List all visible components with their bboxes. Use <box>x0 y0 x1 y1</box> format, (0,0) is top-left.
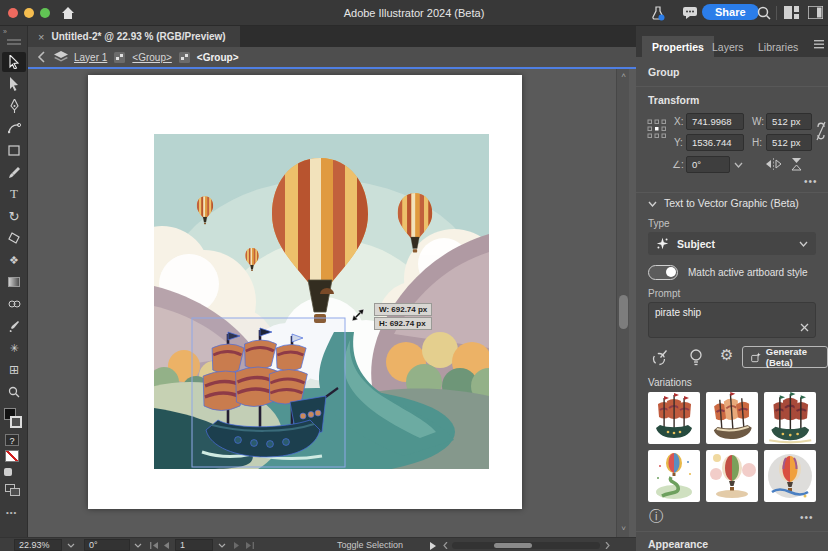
ttv-title[interactable]: Text to Vector Graphic (Beta) <box>664 197 799 209</box>
share-button[interactable]: Share <box>702 4 759 20</box>
previous-artboard-icon[interactable] <box>163 542 169 549</box>
zoom-tool[interactable] <box>2 382 26 402</box>
horizontal-scrollbar[interactable] <box>452 542 600 549</box>
hscroll-left-icon[interactable] <box>443 542 448 549</box>
shape-builder-tool[interactable]: ❖ <box>2 250 26 270</box>
clear-prompt-icon[interactable] <box>800 323 809 332</box>
zoom-dropdown-icon[interactable] <box>67 543 75 548</box>
workspace-layout-icon[interactable] <box>784 6 799 19</box>
generate-sparkle-icon <box>751 351 761 364</box>
paintbrush-tool[interactable] <box>2 162 26 182</box>
beta-feedback-beaker-icon[interactable] <box>650 5 666 21</box>
illustrator-window: Adobe Illustrator 2024 (Beta) Share × Un… <box>0 0 828 551</box>
direct-selection-tool[interactable] <box>2 74 26 94</box>
breadcrumb: Layer 1 <Group> <Group> <box>28 47 636 67</box>
rotation-field[interactable]: 0° <box>84 539 130 551</box>
eyedropper-tool[interactable] <box>2 316 26 336</box>
horizontal-scrollbar-thumb[interactable] <box>494 543 532 548</box>
gradient-tool[interactable] <box>2 272 26 292</box>
vertical-scrollbar[interactable]: ˄ ˅ <box>616 69 629 537</box>
artboard-number-field[interactable]: 1 <box>175 539 213 551</box>
flip-vertical-icon[interactable] <box>790 157 803 171</box>
status-display-label[interactable]: Toggle Selection <box>300 540 440 550</box>
back-arrow-icon[interactable] <box>36 51 48 63</box>
variations-info-icon[interactable]: ⓘ <box>649 508 663 526</box>
pen-tool[interactable] <box>2 96 26 116</box>
next-artboard-icon[interactable] <box>234 542 240 549</box>
hscroll-right-icon[interactable] <box>605 542 610 549</box>
rotation-dropdown[interactable]: 0° <box>686 156 730 173</box>
rotate-tool[interactable]: ↻ <box>2 206 26 226</box>
draw-mode-icon[interactable] <box>10 488 20 496</box>
last-artboard-icon[interactable] <box>245 542 254 549</box>
none-fill-swatch[interactable] <box>5 450 19 462</box>
toolbar-drag-handle[interactable] <box>7 43 21 45</box>
variation-thumbnail-balloon-3[interactable] <box>764 450 816 502</box>
generate-label: Generate (Beta) <box>766 346 819 368</box>
tab-close-icon[interactable]: × <box>38 31 44 43</box>
breadcrumb-layer[interactable]: Layer 1 <box>74 52 107 63</box>
document-tab[interactable]: × Untitled-2* @ 22.93 % (RGB/Preview) <box>28 26 240 47</box>
reference-point-locator[interactable] <box>646 114 668 144</box>
breadcrumb-group-1[interactable]: <Group> <box>132 52 171 63</box>
lightbulb-icon[interactable] <box>688 348 704 366</box>
variation-thumbnail-balloon-2[interactable] <box>706 450 758 502</box>
search-icon[interactable] <box>756 5 772 21</box>
variation-thumbnail-ship-3[interactable] <box>764 392 816 444</box>
scroll-down-icon[interactable]: ˅ <box>619 524 628 533</box>
prompt-input[interactable]: pirate ship <box>648 302 816 338</box>
first-artboard-icon[interactable] <box>150 542 159 549</box>
zoom-level-field[interactable]: 22.93% <box>14 539 62 551</box>
type-dropdown[interactable]: Subject <box>648 232 816 255</box>
flip-horizontal-icon[interactable] <box>766 158 781 170</box>
variations-more-icon[interactable]: ••• <box>800 512 814 523</box>
panel-menu-icon[interactable] <box>814 40 824 49</box>
toolbar-more-icon[interactable]: ••• <box>6 508 17 517</box>
blend-tool[interactable] <box>2 294 26 314</box>
variation-thumbnail-ship-1[interactable] <box>648 392 700 444</box>
h-input[interactable]: 512 px <box>766 134 812 151</box>
appearance-title: Appearance <box>648 538 708 550</box>
toolbar-drag-handle[interactable] <box>7 39 21 41</box>
match-artboard-style-label: Match active artboard style <box>688 267 808 278</box>
canvas-area[interactable]: W: 692.74 px H: 692.74 px ˄ ˅ <box>28 69 636 537</box>
eraser-tool[interactable] <box>2 228 26 248</box>
comments-icon[interactable] <box>682 6 698 20</box>
status-play-icon[interactable] <box>430 542 436 550</box>
variation-thumbnail-balloon-1[interactable] <box>648 450 700 502</box>
artboard-tool[interactable]: ⊞ <box>2 360 26 380</box>
style-picker-icon[interactable] <box>650 348 668 366</box>
vertical-scrollbar-thumb[interactable] <box>619 295 628 329</box>
tab-libraries[interactable]: Libraries <box>748 36 808 57</box>
size-tooltip: W: 692.74 px H: 692.74 px <box>374 303 432 331</box>
panel-divider <box>636 192 828 193</box>
shape-mode-icon[interactable] <box>4 468 12 476</box>
artboard-dropdown-icon[interactable] <box>218 543 226 548</box>
variation-thumbnail-ship-2[interactable] <box>706 392 758 444</box>
x-input[interactable]: 741.9968 <box>686 113 744 130</box>
selection-tool[interactable] <box>2 52 26 72</box>
size-tooltip-width: W: 692.74 px <box>374 303 432 316</box>
constrain-proportions-unlinked-icon[interactable] <box>815 118 827 144</box>
section-collapse-icon[interactable] <box>648 201 657 207</box>
rectangle-tool[interactable] <box>2 140 26 160</box>
w-input[interactable]: 512 px <box>766 113 812 130</box>
curvature-tool[interactable] <box>2 118 26 138</box>
symbol-sprayer-tool[interactable]: ✳ <box>2 338 26 358</box>
rotation-dropdown-icon[interactable] <box>134 543 142 548</box>
group-icon <box>178 51 191 64</box>
panels-layout-icon[interactable] <box>808 6 823 19</box>
scroll-up-icon[interactable]: ˄ <box>619 71 628 80</box>
generate-button[interactable]: Generate (Beta) <box>742 346 828 368</box>
type-tool[interactable]: T <box>2 184 26 204</box>
panel-divider <box>636 86 828 87</box>
tab-layers[interactable]: Layers <box>702 36 754 57</box>
question-swatch[interactable]: ? <box>5 434 19 446</box>
toolbar-collapse-icon[interactable]: » <box>3 28 7 35</box>
transform-more-icon[interactable]: ••• <box>804 176 818 187</box>
stroke-color-swatch[interactable] <box>10 416 22 428</box>
y-input[interactable]: 1536.744 <box>686 134 744 151</box>
match-artboard-style-toggle[interactable] <box>648 265 678 280</box>
generate-settings-gear-icon[interactable]: ⚙ <box>720 346 733 364</box>
chevron-down-icon[interactable] <box>734 162 743 168</box>
